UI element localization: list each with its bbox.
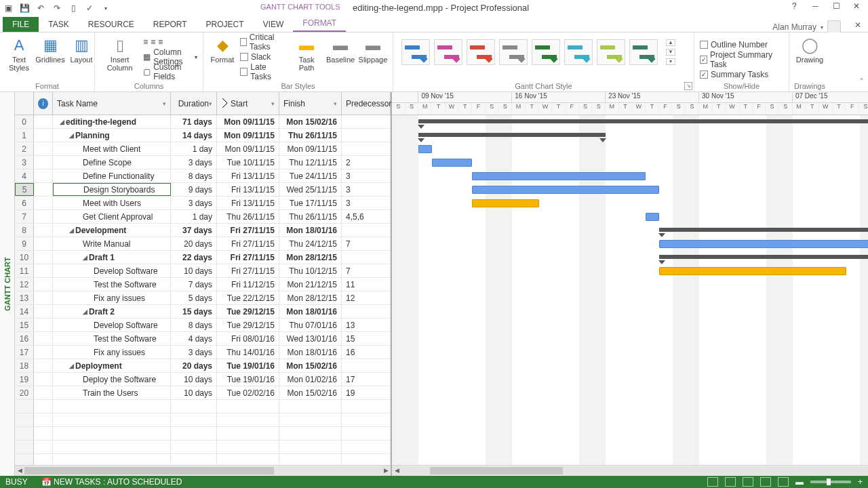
row-number[interactable]: 18 [15, 359, 34, 372]
finish-cell[interactable]: Thu 24/12/15 [279, 237, 342, 250]
start-cell[interactable]: Fri 13/11/15 [217, 197, 279, 209]
finish-cell[interactable]: Wed 13/01/16 [279, 332, 342, 345]
start-cell[interactable]: Tue 22/12/15 [217, 291, 279, 304]
indicator-header[interactable]: i [34, 92, 53, 115]
task-name-cell[interactable]: ◢Deployment [53, 359, 171, 372]
start-cell[interactable]: Mon 09/11/15 [217, 129, 279, 142]
table-row[interactable]: 17 Fix any issues 3 days Thu 14/01/16 Mo… [15, 346, 391, 359]
gantt-style-item-1[interactable] [434, 39, 462, 65]
table-row-empty[interactable] [15, 400, 391, 413]
text-styles-button[interactable]: AText Styles [5, 35, 33, 73]
late-tasks-checkbox[interactable] [240, 68, 248, 76]
task-name-cell[interactable]: ◢Draft 1 [53, 251, 171, 264]
task-path-button[interactable]: ▬Task Path [291, 35, 322, 79]
table-row[interactable]: 18 ◢Deployment 20 days Tue 19/01/16 Mon … [15, 359, 391, 373]
finish-cell[interactable]: Thu 10/12/15 [279, 264, 342, 277]
gantt-style-item-0[interactable] [401, 39, 430, 65]
qat-icon-1[interactable]: ▯ [68, 3, 79, 14]
task-name-cell[interactable]: ◢editing-the-legend [53, 115, 171, 128]
row-number[interactable]: 1 [15, 129, 34, 142]
duration-cell[interactable]: 10 days [171, 386, 217, 399]
finish-cell[interactable]: Thu 26/11/15 [279, 210, 342, 223]
finish-cell[interactable]: Tue 24/11/15 [279, 169, 342, 182]
start-cell[interactable]: Mon 09/11/15 [217, 115, 279, 128]
gantt-bar[interactable] [659, 267, 846, 275]
table-row[interactable]: 13 Fix any issues 5 days Tue 22/12/15 Mo… [15, 291, 391, 305]
row-number[interactable]: 15 [15, 319, 34, 331]
gantt-body[interactable] [392, 115, 868, 465]
start-cell[interactable]: Fri 13/11/15 [217, 169, 279, 182]
duration-cell[interactable]: 10 days [171, 373, 217, 386]
predecessors-cell[interactable]: 16 [342, 346, 391, 359]
predecessors-cell[interactable] [342, 224, 391, 237]
predecessors-cell[interactable]: 11 [342, 278, 391, 291]
tab-view[interactable]: VIEW [254, 17, 294, 32]
gantt-scroll-left-icon[interactable]: ◀ [392, 466, 401, 476]
view-network-icon[interactable] [743, 477, 753, 487]
duration-cell[interactable]: 3 days [171, 197, 217, 209]
start-cell[interactable]: Tue 19/01/16 [217, 373, 279, 386]
finish-cell[interactable]: Mon 18/01/16 [279, 346, 342, 359]
duration-cell[interactable]: 20 days [171, 237, 217, 250]
gallery-down-icon[interactable]: ▼ [666, 49, 675, 56]
table-row[interactable]: 16 Test the Software 4 days Fri 08/01/16… [15, 332, 391, 346]
gantt-bar[interactable] [418, 133, 606, 137]
predecessors-cell[interactable]: 17 [342, 373, 391, 386]
critical-tasks-checkbox[interactable] [240, 38, 247, 46]
predecessors-cell[interactable] [342, 251, 391, 264]
slack-checkbox[interactable] [240, 53, 248, 61]
table-row[interactable]: 3 Define Scope 3 days Tue 10/11/15 Thu 1… [15, 156, 391, 169]
row-number[interactable]: 20 [15, 386, 34, 399]
task-name-cell[interactable]: Develop Software [53, 264, 171, 277]
table-row[interactable]: 1 ◢Planning 14 days Mon 09/11/15 Thu 26/… [15, 129, 391, 142]
row-number[interactable]: 5 [15, 183, 34, 196]
help-icon[interactable]: ? [792, 1, 804, 14]
insert-column-button[interactable]: ▯Insert Column [100, 35, 139, 79]
gantt-style-item-2[interactable] [467, 39, 495, 65]
predecessors-cell[interactable]: 3 [342, 183, 391, 196]
table-row-empty[interactable] [15, 454, 391, 465]
gantt-style-item-6[interactable] [597, 39, 625, 65]
duration-cell[interactable]: 37 days [171, 224, 217, 237]
start-cell[interactable]: Fri 27/11/15 [217, 237, 279, 250]
duration-cell[interactable]: 14 days [171, 129, 217, 142]
finish-cell[interactable]: Tue 17/11/15 [279, 197, 342, 209]
tab-task[interactable]: TASK [39, 17, 78, 32]
predecessors-cell[interactable] [342, 115, 391, 128]
finish-cell[interactable]: Mon 15/02/16 [279, 359, 342, 372]
finish-cell[interactable]: Mon 28/12/15 [279, 251, 342, 264]
predecessors-cell[interactable]: 12 [342, 291, 391, 304]
table-row[interactable]: 7 Get Client Approval 1 day Thu 26/11/15… [15, 210, 391, 224]
finish-cell[interactable]: Thu 07/01/16 [279, 319, 342, 331]
close-icon[interactable]: ✕ [853, 1, 865, 14]
start-cell[interactable]: Fri 27/11/15 [217, 251, 279, 264]
start-cell[interactable]: Tue 02/02/16 [217, 386, 279, 399]
table-row[interactable]: 15 Develop Software 8 days Tue 29/12/15 … [15, 319, 391, 332]
project-summary-checkbox[interactable]: ✓ [700, 56, 707, 64]
view-resource-icon[interactable] [778, 477, 789, 487]
collapse-ribbon-icon[interactable]: ˄ [859, 77, 864, 87]
task-name-cell[interactable]: Design Storyboards [53, 183, 171, 196]
table-row[interactable]: 5 Design Storyboards 9 days Fri 13/11/15… [15, 183, 391, 197]
row-number[interactable]: 16 [15, 332, 34, 345]
save-icon[interactable]: 💾 [19, 3, 30, 14]
zoom-out-icon[interactable]: ▬ [795, 477, 804, 487]
row-header-cell[interactable] [15, 92, 34, 115]
zoom-slider[interactable] [810, 481, 851, 483]
user-account[interactable]: Alan Murray ▾ [772, 20, 841, 34]
gantt-bar[interactable] [659, 240, 868, 248]
task-name-cell[interactable]: Fix any issues [53, 291, 171, 304]
start-cell[interactable]: Fri 27/11/15 [217, 264, 279, 277]
outline-number-checkbox[interactable] [700, 41, 708, 49]
gantt-style-item-5[interactable] [564, 39, 593, 65]
gantt-bar[interactable] [418, 145, 432, 153]
table-row[interactable]: 0 ◢editing-the-legend 71 days Mon 09/11/… [15, 115, 391, 129]
duration-cell[interactable]: 1 day [171, 142, 217, 155]
column-settings-button[interactable]: ▦Column Settings▾ [143, 50, 197, 64]
duration-cell[interactable]: 10 days [171, 264, 217, 277]
start-cell[interactable]: Fri 11/12/15 [217, 278, 279, 291]
gantt-bar[interactable] [472, 172, 646, 180]
view-label[interactable]: GANTT CHART [0, 92, 15, 476]
start-cell[interactable]: Thu 14/01/16 [217, 346, 279, 359]
table-row[interactable]: 2 Meet with Client 1 day Mon 09/11/15 Mo… [15, 142, 391, 156]
